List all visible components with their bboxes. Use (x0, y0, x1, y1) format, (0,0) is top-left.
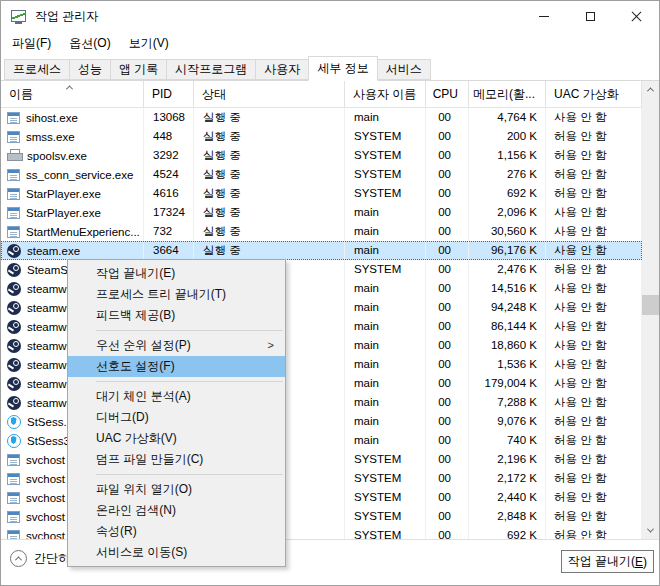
cell-pid: 3664 (144, 241, 194, 260)
tab-startup[interactable]: 시작프로그램 (166, 59, 256, 80)
cell-uac: 허용 안 함 (546, 412, 642, 431)
tab-processes[interactable]: 프로세스 (4, 59, 70, 80)
table-row[interactable]: StarPlayer.exe 17324 실행 중 main 00 2,096 … (1, 203, 642, 222)
scroll-up-button[interactable] (642, 81, 659, 98)
table-row[interactable]: smss.exe 448 실행 중 SYSTEM 00 200 K 허용 안 함 (1, 127, 642, 146)
menu-item-end-process-tree[interactable]: 프로세스 트리 끝내기(T) (68, 284, 285, 305)
cell-memory: 692 K (469, 184, 546, 203)
cell-cpu: 00 (426, 336, 469, 355)
process-name: StSess. (27, 413, 67, 431)
column-header-user[interactable]: 사용자 이름 (345, 81, 426, 107)
process-name: steamw (27, 394, 67, 412)
cell-cpu: 00 (426, 146, 469, 165)
column-header-mem[interactable]: 메모리(활... (469, 81, 546, 107)
tab-users[interactable]: 사용자 (255, 59, 309, 80)
app-icon (7, 454, 20, 466)
table-row[interactable]: spoolsv.exe 3292 실행 중 SYSTEM 00 1,156 K … (1, 146, 642, 165)
cell-user: main (345, 431, 426, 450)
tab-services[interactable]: 서비스 (377, 59, 431, 80)
end-task-button[interactable]: 작업 끝내기(E) (561, 550, 654, 573)
cell-memory: 14,516 K (469, 279, 546, 298)
column-header-pid[interactable]: PID (144, 81, 194, 107)
cell-pid: 4524 (144, 165, 194, 184)
process-name: steamw (27, 375, 67, 393)
minimize-button[interactable] (521, 1, 567, 31)
cell-cpu: 00 (426, 127, 469, 146)
cell-cpu: 00 (426, 165, 469, 184)
cell-memory: 2,196 K (469, 450, 546, 469)
process-name: steamw (27, 299, 67, 317)
cell-cpu: 00 (426, 488, 469, 507)
cell-status: 실행 중 (194, 127, 345, 146)
maximize-button[interactable] (567, 1, 613, 31)
steam-icon (7, 244, 21, 258)
menu-item-properties[interactable]: 속성(R) (68, 521, 285, 542)
table-row[interactable]: StarPlayer.exe 4616 실행 중 SYSTEM 00 692 K… (1, 184, 642, 203)
cell-cpu: 00 (426, 431, 469, 450)
process-name: steamw (27, 356, 67, 374)
tab-details[interactable]: 세부 정보 (308, 56, 377, 81)
menu-item-search-online[interactable]: 온라인 검색(N) (68, 500, 285, 521)
menu-item-end-task[interactable]: 작업 끝내기(E) (68, 263, 285, 284)
table-row[interactable]: steam.exe 3664 실행 중 main 00 96,176 K 사용 … (1, 241, 642, 260)
menu-item-set-affinity[interactable]: 선호도 설정(F) (68, 356, 285, 377)
cell-uac: 사용 안 함 (546, 393, 642, 412)
app-icon (7, 169, 20, 181)
cell-memory: 96,176 K (469, 241, 546, 260)
menu-view[interactable]: 보기(V) (120, 32, 178, 55)
cell-user: SYSTEM (345, 260, 426, 279)
cell-uac: 사용 안 함 (546, 317, 642, 336)
cell-pid: 4616 (144, 184, 194, 203)
menu-item-provide-feedback[interactable]: 피드백 제공(B) (68, 305, 285, 326)
column-header-status[interactable]: 상태 (194, 81, 345, 107)
column-header-cpu[interactable]: CPU (426, 81, 469, 107)
cell-cpu: 00 (426, 412, 469, 431)
scroll-down-button[interactable] (642, 522, 659, 539)
cell-pid: 732 (144, 222, 194, 241)
chevron-up-circle-icon (10, 550, 27, 567)
table-row[interactable]: sihost.exe 13068 실행 중 main 00 4,764 K 사용… (1, 108, 642, 127)
tab-performance[interactable]: 성능 (69, 59, 111, 80)
process-name: StSess3 (27, 432, 70, 450)
menu-item-open-file-location[interactable]: 파일 위치 열기(O) (68, 479, 285, 500)
cell-user: SYSTEM (345, 526, 426, 539)
process-name: smss.exe (26, 128, 75, 146)
scrollbar-thumb[interactable] (642, 295, 659, 315)
menu-options[interactable]: 옵션(O) (60, 32, 119, 55)
cell-cpu: 00 (426, 393, 469, 412)
cell-uac: 허용 안 함 (546, 507, 642, 526)
menu-item-create-dump-file[interactable]: 덤프 파일 만들기(C) (68, 449, 285, 470)
close-button[interactable] (613, 1, 659, 31)
cell-memory: 740 K (469, 431, 546, 450)
cell-cpu: 00 (426, 222, 469, 241)
window-controls (521, 1, 659, 31)
process-name: svchost (26, 489, 65, 507)
cell-uac: 허용 안 함 (546, 127, 642, 146)
cell-cpu: 00 (426, 469, 469, 488)
cell-user: main (345, 279, 426, 298)
menu-item-debug[interactable]: 디버그(D) (68, 407, 285, 428)
cell-user: main (345, 317, 426, 336)
menu-item-set-priority[interactable]: 우선 순위 설정(P)> (68, 335, 285, 356)
cell-status: 실행 중 (194, 108, 345, 127)
vertical-scrollbar[interactable] (642, 81, 659, 539)
menu-file[interactable]: 파일(F) (3, 32, 60, 55)
chevron-down-icon (647, 526, 654, 533)
cell-uac: 사용 안 함 (546, 108, 642, 127)
table-row[interactable]: ss_conn_service.exe 4524 실행 중 SYSTEM 00 … (1, 165, 642, 184)
tab-app-history[interactable]: 앱 기록 (110, 59, 167, 80)
process-name: steamw (27, 318, 67, 336)
menu-item-go-to-services[interactable]: 서비스로 이동(S) (68, 542, 285, 563)
menu-item-uac-virtualization[interactable]: UAC 가상화(V) (68, 428, 285, 449)
menu-item-analyze-wait-chain[interactable]: 대기 체인 분석(A) (68, 386, 285, 407)
cell-cpu: 00 (426, 260, 469, 279)
table-row[interactable]: StartMenuExperienc... 732 실행 중 main 00 3… (1, 222, 642, 241)
process-name: svchost (26, 527, 65, 540)
process-name: steamw (27, 280, 67, 298)
process-name: StarPlayer.exe (26, 185, 101, 203)
steam-icon (7, 396, 21, 410)
column-header-name[interactable]: 이름 (1, 81, 144, 107)
steam-icon (7, 301, 21, 315)
column-header-uac[interactable]: UAC 가상화 (546, 81, 642, 107)
cell-user: SYSTEM (345, 488, 426, 507)
